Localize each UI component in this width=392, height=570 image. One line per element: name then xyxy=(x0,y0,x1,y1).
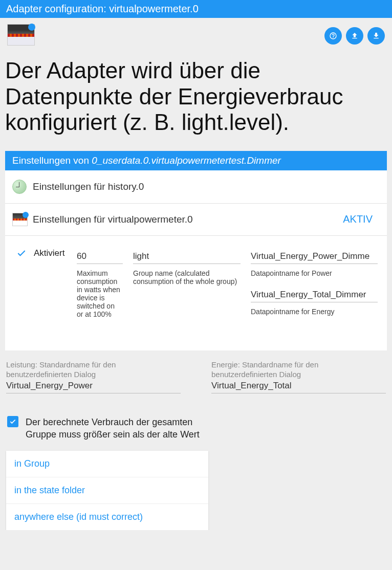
section-target: 0_userdata.0.virtualpowermetertest.Dimme… xyxy=(92,155,281,166)
lower-power-label: Leistung: Standardname für den benutzerd… xyxy=(6,360,181,380)
lower-power-value[interactable]: Virtual_Energy_Power xyxy=(6,380,181,393)
lower-power: Leistung: Standardname für den benutzerd… xyxy=(6,360,181,393)
section-prefix: Einstellungen von xyxy=(12,155,92,166)
helper-dp-power: Datapointname for Power xyxy=(251,269,378,277)
adapter-logo xyxy=(7,24,35,46)
row-vpm-label: Einstellungen für virtualpowermeter.0 xyxy=(33,214,343,225)
lower-energy-value[interactable]: Virtual_Energy_Total xyxy=(211,380,386,393)
input-max-watts[interactable]: 60 xyxy=(77,248,123,264)
download-button[interactable] xyxy=(367,27,385,45)
helper-max-watts: Maximum consumption in watts when device… xyxy=(77,269,123,318)
settings-panel: Einstellungen für history.0 Einstellunge… xyxy=(5,170,387,350)
option-in-state-folder[interactable]: in the state folder xyxy=(6,477,208,504)
checkbox-label: Der berechnete Verbrauch der gesamten Gr… xyxy=(26,416,219,441)
main-title: Der Adapter wird über die Datenpunkte de… xyxy=(0,46,392,151)
checkbox-row: Der berechnete Verbrauch der gesamten Gr… xyxy=(0,396,225,448)
row-virtualpowermeter[interactable]: Einstellungen für virtualpowermeter.0 AK… xyxy=(5,204,387,236)
checkbox-group-greater[interactable] xyxy=(7,416,18,427)
clock-icon xyxy=(12,180,33,194)
upload-button[interactable] xyxy=(346,27,363,45)
header-bar: Adapter configuration: virtualpowermeter… xyxy=(0,0,392,18)
field-max: 60 Maximum consumption in watts when dev… xyxy=(77,248,123,325)
top-row xyxy=(0,18,392,46)
help-button[interactable] xyxy=(324,27,342,45)
activated-col: Aktiviert xyxy=(14,248,71,325)
lower-energy-label: Energie: Standardname für den benutzerde… xyxy=(211,360,386,380)
lower-energy: Energie: Standardname für den benutzerde… xyxy=(211,360,386,393)
status-active: AKTIV xyxy=(343,213,380,225)
row-history-label: Einstellungen für history.0 xyxy=(33,181,380,192)
row-history[interactable]: Einstellungen für history.0 xyxy=(5,170,387,204)
section-bar: Einstellungen von 0_userdata.0.virtualpo… xyxy=(5,151,387,170)
location-options: in Group in the state folder anywhere el… xyxy=(6,451,208,530)
helper-dp-energy: Datapointname for Energy xyxy=(251,308,378,316)
fields-group: 60 Maximum consumption in watts when dev… xyxy=(77,248,378,325)
input-group-name[interactable]: light xyxy=(133,248,241,264)
field-group: light Group name (calculated consumption… xyxy=(133,248,241,325)
option-anywhere-else[interactable]: anywhere else (id must correct) xyxy=(6,504,208,530)
field-datapoints: Virtual_Energy_Power_Dimme Datapointname… xyxy=(251,248,378,325)
input-dp-energy[interactable]: Virtual_Energy_Total_Dimmer xyxy=(251,287,378,302)
header-actions xyxy=(324,24,385,45)
helper-group-name: Group name (calculated consumption of th… xyxy=(133,269,241,286)
meter-icon xyxy=(12,213,33,226)
lower-row: Leistung: Standardname für den benutzerd… xyxy=(0,350,392,396)
check-icon[interactable] xyxy=(14,248,29,258)
activated-label: Aktiviert xyxy=(34,248,64,258)
header-title: Adapter configuration: virtualpowermeter… xyxy=(6,3,199,14)
config-body: Aktiviert 60 Maximum consumption in watt… xyxy=(5,236,387,350)
input-dp-power[interactable]: Virtual_Energy_Power_Dimme xyxy=(251,248,378,264)
option-in-group[interactable]: in Group xyxy=(6,451,208,477)
